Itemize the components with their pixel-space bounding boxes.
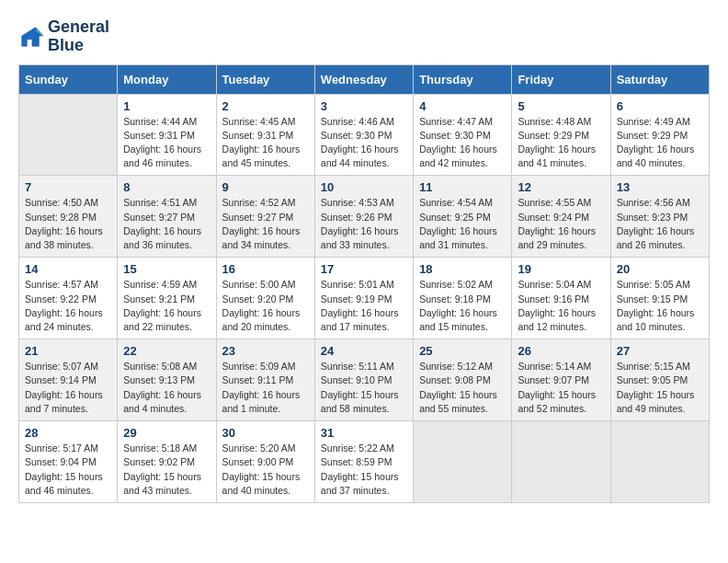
day-number: 21	[25, 344, 111, 358]
day-number: 11	[419, 180, 506, 194]
header-cell-friday: Friday	[512, 64, 610, 94]
day-info: Sunrise: 5:07 AMSunset: 9:14 PMDaylight:…	[25, 360, 111, 416]
day-info: Sunrise: 5:20 AMSunset: 9:00 PMDaylight:…	[222, 442, 309, 498]
day-cell: 10Sunrise: 4:53 AMSunset: 9:26 PMDayligh…	[314, 176, 413, 258]
day-number: 8	[123, 180, 210, 194]
day-number: 12	[518, 180, 604, 194]
day-info: Sunrise: 4:48 AMSunset: 9:29 PMDaylight:…	[518, 115, 604, 171]
day-cell	[512, 421, 610, 503]
day-info: Sunrise: 5:05 AMSunset: 9:15 PMDaylight:…	[617, 278, 703, 334]
day-number: 4	[419, 99, 506, 113]
day-number: 16	[222, 262, 309, 276]
day-info: Sunrise: 5:02 AMSunset: 9:18 PMDaylight:…	[419, 278, 506, 334]
day-cell: 9Sunrise: 4:52 AMSunset: 9:27 PMDaylight…	[216, 176, 314, 258]
day-info: Sunrise: 4:47 AMSunset: 9:30 PMDaylight:…	[419, 115, 506, 171]
header-cell-saturday: Saturday	[610, 64, 709, 94]
day-cell: 12Sunrise: 4:55 AMSunset: 9:24 PMDayligh…	[512, 176, 610, 258]
day-number: 24	[321, 344, 407, 358]
day-number: 23	[222, 344, 309, 358]
day-info: Sunrise: 5:17 AMSunset: 9:04 PMDaylight:…	[25, 442, 111, 498]
day-info: Sunrise: 5:14 AMSunset: 9:07 PMDaylight:…	[518, 360, 604, 416]
day-info: Sunrise: 4:55 AMSunset: 9:24 PMDaylight:…	[518, 196, 604, 252]
day-cell: 16Sunrise: 5:00 AMSunset: 9:20 PMDayligh…	[216, 258, 314, 339]
day-number: 3	[321, 99, 407, 113]
day-cell: 13Sunrise: 4:56 AMSunset: 9:23 PMDayligh…	[610, 176, 709, 258]
day-cell: 19Sunrise: 5:04 AMSunset: 9:16 PMDayligh…	[512, 258, 610, 339]
calendar-body: 1Sunrise: 4:44 AMSunset: 9:31 PMDaylight…	[19, 94, 710, 502]
day-number: 2	[222, 99, 309, 113]
week-row-1: 1Sunrise: 4:44 AMSunset: 9:31 PMDaylight…	[19, 94, 710, 176]
day-cell: 25Sunrise: 5:12 AMSunset: 9:08 PMDayligh…	[414, 339, 512, 421]
day-number: 26	[518, 344, 604, 358]
day-cell: 5Sunrise: 4:48 AMSunset: 9:29 PMDaylight…	[512, 94, 610, 176]
logo-icon	[18, 24, 44, 50]
day-number: 28	[25, 426, 111, 440]
day-cell: 18Sunrise: 5:02 AMSunset: 9:18 PMDayligh…	[414, 258, 512, 339]
day-cell: 24Sunrise: 5:11 AMSunset: 9:10 PMDayligh…	[314, 339, 413, 421]
day-number: 29	[123, 426, 210, 440]
day-info: Sunrise: 4:59 AMSunset: 9:21 PMDaylight:…	[123, 278, 210, 334]
day-number: 14	[25, 262, 111, 276]
day-info: Sunrise: 5:12 AMSunset: 9:08 PMDaylight:…	[419, 360, 506, 416]
day-info: Sunrise: 4:57 AMSunset: 9:22 PMDaylight:…	[25, 278, 111, 334]
day-info: Sunrise: 5:18 AMSunset: 9:02 PMDaylight:…	[123, 442, 210, 498]
day-number: 15	[123, 262, 210, 276]
day-cell: 6Sunrise: 4:49 AMSunset: 9:29 PMDaylight…	[610, 94, 709, 176]
svg-marker-0	[22, 28, 42, 47]
day-cell: 15Sunrise: 4:59 AMSunset: 9:21 PMDayligh…	[118, 258, 216, 339]
logo: General Blue	[18, 18, 109, 55]
day-info: Sunrise: 5:01 AMSunset: 9:19 PMDaylight:…	[321, 278, 407, 334]
day-cell: 2Sunrise: 4:45 AMSunset: 9:31 PMDaylight…	[216, 94, 314, 176]
day-number: 30	[222, 426, 309, 440]
day-cell: 8Sunrise: 4:51 AMSunset: 9:27 PMDaylight…	[118, 176, 216, 258]
header-cell-tuesday: Tuesday	[216, 64, 314, 94]
day-info: Sunrise: 5:22 AMSunset: 8:59 PMDaylight:…	[321, 442, 407, 498]
week-row-3: 14Sunrise: 4:57 AMSunset: 9:22 PMDayligh…	[19, 258, 710, 339]
day-number: 22	[123, 344, 210, 358]
header-cell-monday: Monday	[118, 64, 216, 94]
day-number: 18	[419, 262, 506, 276]
day-number: 27	[617, 344, 703, 358]
header-cell-wednesday: Wednesday	[314, 64, 413, 94]
day-info: Sunrise: 4:49 AMSunset: 9:29 PMDaylight:…	[617, 115, 703, 171]
day-cell: 11Sunrise: 4:54 AMSunset: 9:25 PMDayligh…	[414, 176, 512, 258]
day-cell: 23Sunrise: 5:09 AMSunset: 9:11 PMDayligh…	[216, 339, 314, 421]
day-info: Sunrise: 5:08 AMSunset: 9:13 PMDaylight:…	[123, 360, 210, 416]
day-info: Sunrise: 4:53 AMSunset: 9:26 PMDaylight:…	[321, 196, 407, 252]
day-cell: 29Sunrise: 5:18 AMSunset: 9:02 PMDayligh…	[118, 421, 216, 503]
day-cell: 17Sunrise: 5:01 AMSunset: 9:19 PMDayligh…	[314, 258, 413, 339]
week-row-5: 28Sunrise: 5:17 AMSunset: 9:04 PMDayligh…	[19, 421, 710, 503]
day-number: 20	[617, 262, 703, 276]
week-row-2: 7Sunrise: 4:50 AMSunset: 9:28 PMDaylight…	[19, 176, 710, 258]
calendar-table: SundayMondayTuesdayWednesdayThursdayFrid…	[18, 64, 710, 503]
day-cell: 3Sunrise: 4:46 AMSunset: 9:30 PMDaylight…	[314, 94, 413, 176]
day-info: Sunrise: 5:09 AMSunset: 9:11 PMDaylight:…	[222, 360, 309, 416]
day-number: 1	[123, 99, 210, 113]
day-info: Sunrise: 5:04 AMSunset: 9:16 PMDaylight:…	[518, 278, 604, 334]
day-info: Sunrise: 4:50 AMSunset: 9:28 PMDaylight:…	[25, 196, 111, 252]
day-number: 7	[25, 180, 111, 194]
day-number: 19	[518, 262, 604, 276]
day-info: Sunrise: 4:45 AMSunset: 9:31 PMDaylight:…	[222, 115, 309, 171]
day-cell: 1Sunrise: 4:44 AMSunset: 9:31 PMDaylight…	[118, 94, 216, 176]
day-cell: 21Sunrise: 5:07 AMSunset: 9:14 PMDayligh…	[19, 339, 118, 421]
day-cell	[610, 421, 709, 503]
day-cell	[414, 421, 512, 503]
day-number: 31	[321, 426, 407, 440]
day-info: Sunrise: 4:54 AMSunset: 9:25 PMDaylight:…	[419, 196, 506, 252]
day-cell: 22Sunrise: 5:08 AMSunset: 9:13 PMDayligh…	[118, 339, 216, 421]
day-number: 25	[419, 344, 506, 358]
day-number: 6	[617, 99, 703, 113]
day-cell: 27Sunrise: 5:15 AMSunset: 9:05 PMDayligh…	[610, 339, 709, 421]
day-info: Sunrise: 4:56 AMSunset: 9:23 PMDaylight:…	[617, 196, 703, 252]
day-cell: 28Sunrise: 5:17 AMSunset: 9:04 PMDayligh…	[19, 421, 118, 503]
day-number: 9	[222, 180, 309, 194]
day-info: Sunrise: 5:15 AMSunset: 9:05 PMDaylight:…	[617, 360, 703, 416]
day-info: Sunrise: 4:44 AMSunset: 9:31 PMDaylight:…	[123, 115, 210, 171]
calendar-header: SundayMondayTuesdayWednesdayThursdayFrid…	[19, 64, 710, 94]
day-number: 13	[617, 180, 703, 194]
header-cell-sunday: Sunday	[19, 64, 118, 94]
header-cell-thursday: Thursday	[414, 64, 512, 94]
logo-text: General Blue	[48, 18, 109, 55]
day-cell: 14Sunrise: 4:57 AMSunset: 9:22 PMDayligh…	[19, 258, 118, 339]
